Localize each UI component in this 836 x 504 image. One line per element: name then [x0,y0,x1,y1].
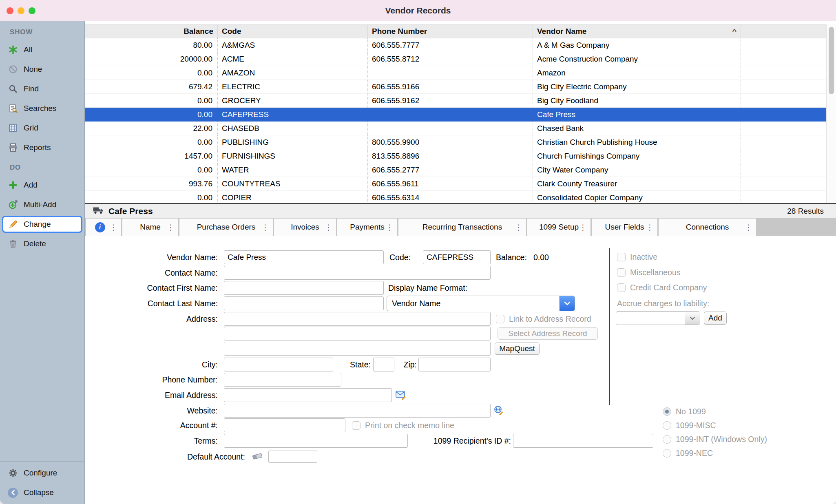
tab-payments[interactable]: Payments⋮ [337,219,397,236]
tab-recurring-transactions[interactable]: Recurring Transactions⋮ [398,219,526,236]
tab-invoices[interactable]: Invoices⋮ [274,219,336,236]
zip-input[interactable] [418,358,491,371]
sidebar-item-none[interactable]: None [0,60,84,79]
tab-menu-dots-icon[interactable]: ⋮ [515,223,522,232]
sidebar-item-collapse[interactable]: Collapse [0,483,84,502]
contact-first-name-input[interactable] [224,281,384,295]
tab-menu-dots-icon[interactable]: ⋮ [325,223,332,232]
tab-name[interactable]: Name⋮ [122,219,178,236]
tab-connections[interactable]: Connections⋮ [659,219,756,236]
email-address-input[interactable] [224,388,392,402]
tab-menu-dots-icon[interactable]: ⋮ [745,223,752,232]
table-row[interactable]: 679.42ELECTRIC606.555.9166Big City Elect… [85,80,826,94]
table-row[interactable]: 993.76COUNTYTREAS606.555.9611Clark Count… [85,177,826,191]
account-number-input[interactable] [224,418,345,432]
contact-last-name-input[interactable] [224,296,384,310]
sidebar-do-header: DO [0,160,84,175]
sidebar-item-grid[interactable]: Grid [0,118,84,138]
table-row[interactable]: 1457.00FURNISHINGS813.555.8896Church Fur… [85,149,826,163]
tab-menu-dots-icon[interactable]: ⋮ [579,223,587,232]
1099-nec-radio[interactable] [663,449,671,458]
zoom-window-button[interactable] [29,7,35,14]
column-header-vendor-name[interactable]: Vendor Name ^ [533,25,741,38]
contact-name-input[interactable] [224,266,491,280]
terms-input[interactable] [224,434,408,448]
table-row[interactable]: 0.00AMAZONAmazon [85,66,826,80]
website-input[interactable] [224,404,491,418]
link-address-checkbox[interactable] [496,315,504,323]
radio-row-no-1099: No 1099 [663,405,706,418]
table-row[interactable]: 22.00CHASEDBChased Bank [85,122,826,135]
address-line2-input[interactable] [224,327,491,340]
close-window-button[interactable] [7,7,13,14]
1099-misc-radio[interactable] [663,421,671,430]
credit-card-checkbox[interactable] [617,283,626,292]
no-1099-radio[interactable] [663,407,671,416]
state-input[interactable] [373,358,394,371]
accrue-liability-dropdown[interactable] [616,311,700,325]
sidebar-item-searches[interactable]: Searches [0,99,84,118]
recipient-id-input[interactable] [513,434,653,448]
tab-purchase-orders[interactable]: Purchase Orders⋮ [179,219,273,236]
tab-menu-dots-icon[interactable]: ⋮ [646,223,654,232]
sidebar-item-configure[interactable]: Configure [0,463,84,483]
tab-menu-dots-icon[interactable]: ⋮ [261,223,269,232]
circle-plus-arrow-icon [7,200,18,210]
sidebar-item-all[interactable]: All [0,40,84,60]
minimize-window-button[interactable] [18,7,24,14]
city-input[interactable] [224,358,333,371]
chevron-down-icon[interactable] [560,296,575,311]
tab-1099-setup[interactable]: 1099 Setup⋮ [527,219,591,236]
display-name-format-dropdown[interactable]: Vendor Name [387,296,575,311]
cell-code: COPIER [218,191,368,203]
sidebar-item-add[interactable]: Add [0,175,84,195]
prohibit-icon [7,64,18,74]
tab-label: Name [140,223,161,232]
table-row[interactable]: 0.00GROCERY606.555.9162Big City Foodland [85,94,826,108]
column-header-phone[interactable]: Phone Number [368,25,533,38]
sidebar-item-label: Configure [24,469,57,477]
eraser-icon[interactable] [251,452,263,461]
cell-phone: 813.555.8896 [368,149,533,163]
address-line1-input[interactable] [224,312,491,326]
miscellaneous-label: Miscellaneous [630,268,681,277]
tab-user-fields[interactable]: User Fields⋮ [592,219,657,236]
sidebar-item-delete[interactable]: Delete [0,234,84,254]
pencil-icon [7,219,18,229]
default-account-input[interactable] [268,451,317,463]
sidebar-item-change[interactable]: Change [2,216,82,233]
mapquest-button[interactable]: MapQuest [495,343,540,355]
column-header-balance[interactable]: Balance [85,25,218,38]
tab-menu-dots-icon[interactable]: ⋮ [386,223,394,232]
vertical-scrollbar[interactable] [826,24,836,203]
code-input[interactable] [423,250,491,264]
compose-email-icon[interactable] [396,390,407,400]
table-row[interactable]: 20000.00ACME606.555.8712Acme Constructio… [85,52,826,66]
chevron-down-icon[interactable] [685,312,700,325]
cell-balance: 0.00 [85,191,218,203]
table-row[interactable]: 0.00WATER606.555.2777City Water Company [85,163,826,177]
tab-menu-dots-icon[interactable]: ⋮ [110,223,117,232]
scrollbar-thumb[interactable] [829,27,834,94]
table-row[interactable]: 0.00COPIER606.555.6314Consolidated Copie… [85,191,826,203]
table-row-selected[interactable]: 0.00CAFEPRESSCafe Press [85,108,826,122]
table-row[interactable]: 80.00A&MGAS606.555.7777A & M Gas Company [85,38,826,52]
tab-info[interactable]: i ⋮ [86,219,121,236]
tab-menu-dots-icon[interactable]: ⋮ [167,223,175,232]
phone-number-input[interactable] [224,373,341,387]
miscellaneous-checkbox[interactable] [617,268,626,277]
sidebar-item-reports[interactable]: Reports [0,138,84,157]
inactive-checkbox[interactable] [617,253,626,261]
open-website-icon[interactable] [493,405,504,416]
sidebar-item-multi-add[interactable]: Multi-Add [0,195,84,214]
sidebar-item-find[interactable]: Find [0,79,84,99]
accrue-add-button[interactable]: Add [704,312,727,325]
select-address-record-button[interactable]: Select Address Record [498,327,598,340]
credit-card-label: Credit Card Company [630,283,707,292]
table-row[interactable]: 0.00PUBLISHING800.555.9900Christian Chur… [85,135,826,149]
1099-int-radio[interactable] [663,435,671,444]
titlebar: Vendor Records [0,0,836,21]
print-memo-checkbox[interactable] [352,421,360,430]
address-line3-input[interactable] [224,342,491,356]
column-header-code[interactable]: Code [218,25,368,38]
